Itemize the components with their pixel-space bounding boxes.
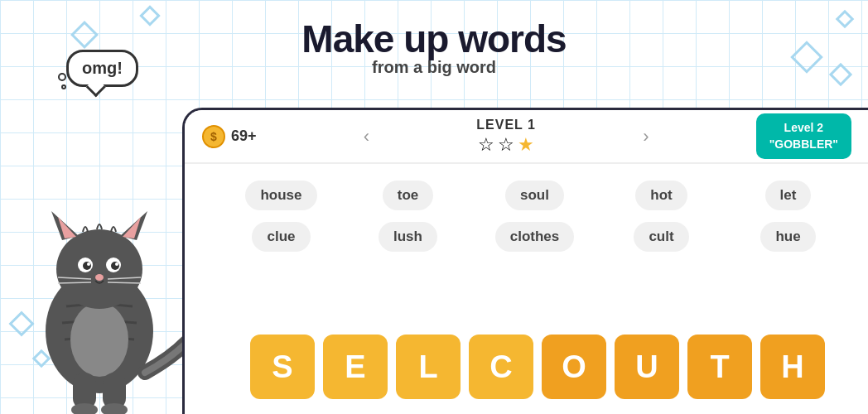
svg-line-19 [108, 282, 141, 283]
word-text: let [765, 181, 812, 210]
svg-point-4 [56, 229, 142, 309]
coins-area: $ 69+ [201, 124, 257, 149]
speech-bubble: omg! [66, 50, 138, 87]
tile-S[interactable]: S [250, 335, 315, 399]
tile-E[interactable]: E [323, 335, 388, 399]
svg-point-15 [95, 274, 104, 281]
cat-svg [17, 149, 182, 414]
word-text: clothes [495, 222, 575, 252]
svg-point-3 [70, 302, 128, 377]
star-2: ☆ [498, 134, 514, 156]
word-pill[interactable]: hue [725, 222, 851, 252]
cat-character [17, 149, 182, 414]
svg-point-12 [111, 262, 119, 270]
tile-O[interactable]: O [542, 335, 606, 399]
word-pill[interactable]: clue [218, 222, 345, 252]
next-level-label: Level 2 [769, 120, 838, 137]
svg-point-11 [83, 262, 91, 270]
next-level-button[interactable]: Level 2 "GOBBLER" [756, 113, 851, 159]
word-text: soul [505, 181, 564, 210]
word-pill[interactable]: lush [345, 222, 471, 252]
nav-left-arrow[interactable]: ‹ [355, 123, 378, 151]
nav-right-arrow[interactable]: › [634, 123, 657, 151]
svg-point-13 [87, 262, 90, 266]
word-pill[interactable]: let [725, 181, 851, 210]
bubble-dot-small [61, 84, 66, 89]
star-3: ★ [518, 134, 534, 156]
word-text: lush [379, 222, 437, 252]
level-info: LEVEL 1 ☆ ☆ ★ [476, 118, 536, 156]
words-grid: house toe soul hot let clue lush clothes… [185, 164, 868, 260]
word-text: house [245, 181, 316, 210]
next-level-sublabel: "GOBBLER" [769, 137, 838, 153]
bubble-dot-large [58, 73, 66, 81]
word-text: hot [635, 181, 687, 210]
word-pill[interactable]: cult [598, 222, 725, 252]
svg-line-17 [58, 282, 91, 283]
word-text: cult [634, 222, 688, 252]
word-pill[interactable]: toe [345, 181, 471, 210]
level-label: LEVEL 1 [476, 118, 536, 132]
page-header: Make up words from a big word [301, 17, 566, 77]
word-pill[interactable]: clothes [471, 222, 598, 252]
coin-icon: $ [201, 124, 226, 149]
word-pill[interactable]: house [218, 181, 345, 210]
word-text: hue [760, 222, 815, 252]
tile-T[interactable]: T [687, 335, 752, 399]
speech-text: omg! [82, 59, 123, 77]
page-title: Make up words [301, 17, 566, 61]
star-1: ☆ [478, 134, 494, 156]
panel-topbar: $ 69+ ‹ LEVEL 1 ☆ ☆ ★ › Level 2 "GOBBLER… [185, 110, 868, 164]
word-text: clue [252, 222, 310, 252]
word-pill[interactable]: hot [598, 181, 725, 210]
letter-tiles: S E L C O U T H [215, 335, 860, 399]
coins-value: 69+ [231, 128, 257, 145]
stars-row: ☆ ☆ ★ [478, 134, 534, 156]
svg-text:$: $ [210, 130, 217, 143]
word-text: toe [383, 181, 434, 210]
word-pill[interactable]: soul [471, 181, 598, 210]
bubble-circles [58, 73, 66, 89]
tile-C[interactable]: C [469, 335, 533, 399]
tile-L[interactable]: L [396, 335, 461, 399]
tile-H[interactable]: H [760, 335, 825, 399]
svg-point-14 [115, 262, 118, 266]
tile-U[interactable]: U [615, 335, 679, 399]
